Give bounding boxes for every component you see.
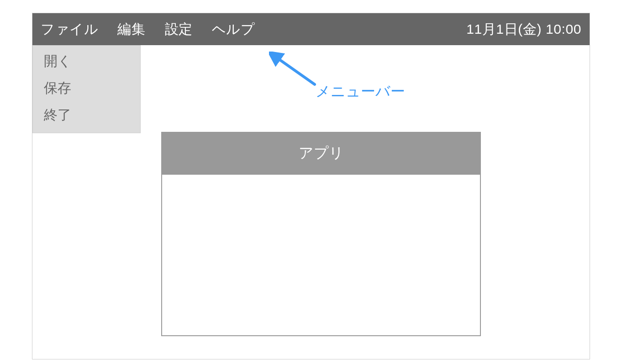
app-window[interactable]: アプリ (161, 132, 481, 336)
dropdown-item-save[interactable]: 保存 (44, 79, 129, 98)
menubar-left: ファイル 編集 設定 ヘルプ (41, 20, 255, 39)
menu-settings[interactable]: 設定 (165, 20, 193, 39)
menu-help[interactable]: ヘルプ (212, 20, 255, 39)
dropdown-item-exit[interactable]: 終了 (44, 106, 129, 125)
dropdown-item-open[interactable]: 開く (44, 52, 129, 71)
menubar: ファイル 編集 設定 ヘルプ 11月1日(金) 10:00 (32, 13, 590, 45)
app-window-titlebar[interactable]: アプリ (162, 133, 480, 175)
desktop-frame: ファイル 編集 設定 ヘルプ 11月1日(金) 10:00 開く 保存 終了 ア… (32, 13, 590, 359)
app-window-title: アプリ (299, 143, 344, 163)
menu-edit[interactable]: 編集 (117, 20, 145, 39)
annotation-arrow-icon (269, 52, 319, 88)
annotation-label: メニューバー (316, 82, 405, 102)
menu-file[interactable]: ファイル (41, 20, 98, 39)
svg-line-1 (276, 57, 315, 84)
file-dropdown-menu: 開く 保存 終了 (32, 45, 141, 133)
menubar-datetime: 11月1日(金) 10:00 (466, 20, 581, 39)
